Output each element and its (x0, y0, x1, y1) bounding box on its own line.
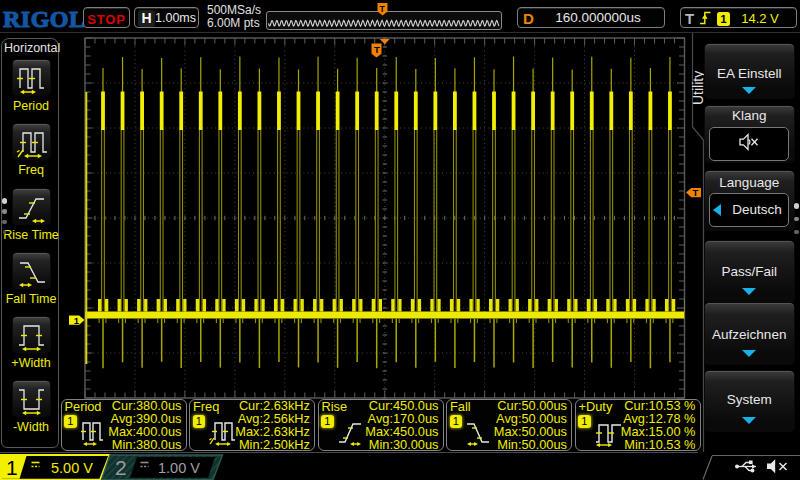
svg-text:T: T (693, 187, 699, 198)
svg-text:2: 2 (115, 455, 127, 478)
svg-text:5.00 V: 5.00 V (51, 459, 93, 475)
svg-text:T: T (374, 44, 380, 55)
svg-text:T: T (380, 4, 386, 14)
svg-text:1: 1 (6, 455, 18, 478)
svg-text:1.00 V: 1.00 V (158, 459, 200, 475)
svg-text:1: 1 (74, 315, 80, 326)
